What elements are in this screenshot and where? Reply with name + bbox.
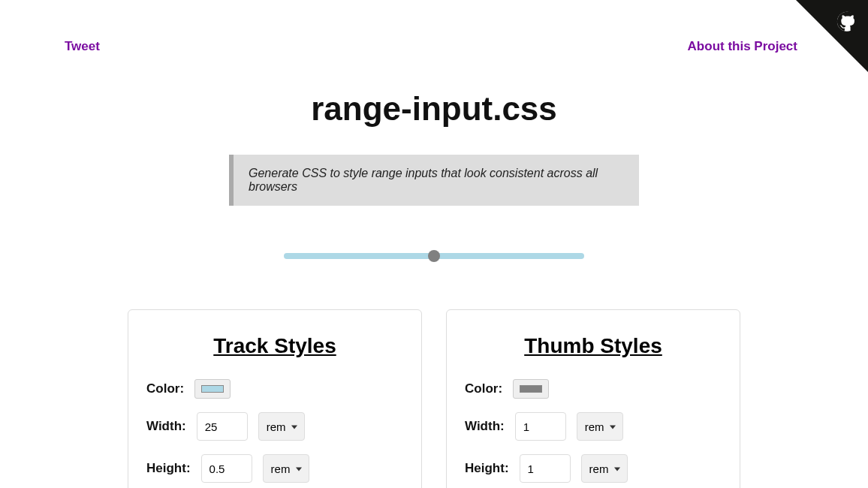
tweet-link[interactable]: Tweet <box>65 39 100 54</box>
track-color-input[interactable] <box>194 379 231 399</box>
thumb-width-row: Width: rem <box>465 412 722 441</box>
thumb-color-label: Color: <box>465 381 502 396</box>
thumb-height-unit-select[interactable]: rem <box>581 454 628 483</box>
track-color-row: Color: <box>146 379 403 399</box>
thumb-height-input[interactable] <box>520 454 571 483</box>
thumb-height-row: Height: rem <box>465 454 722 483</box>
track-width-label: Width: <box>146 419 186 434</box>
track-width-row: Width: rem <box>146 412 403 441</box>
range-thumb[interactable] <box>428 250 440 262</box>
page-title: range-input.css <box>0 90 868 128</box>
tagline: Generate CSS to style range inputs that … <box>229 155 639 206</box>
track-width-unit-select[interactable]: rem <box>258 412 305 441</box>
track-panel: Track Styles Color: Width: rem Height: r… <box>128 309 422 488</box>
track-heading: Track Styles <box>146 334 403 358</box>
thumb-heading: Thumb Styles <box>465 334 722 358</box>
range-preview-wrap <box>0 245 868 267</box>
track-height-row: Height: rem <box>146 454 403 483</box>
thumb-width-unit-select[interactable]: rem <box>577 412 623 441</box>
track-color-swatch <box>201 385 224 393</box>
thumb-color-swatch <box>520 385 542 393</box>
range-preview[interactable] <box>284 245 584 267</box>
top-links: Tweet About this Project <box>0 0 868 54</box>
track-width-input[interactable] <box>197 412 248 441</box>
track-color-label: Color: <box>146 381 184 396</box>
track-height-label: Height: <box>146 461 191 476</box>
track-height-input[interactable] <box>201 454 252 483</box>
github-corner-icon <box>796 0 868 72</box>
thumb-width-input[interactable] <box>515 412 566 441</box>
thumb-width-label: Width: <box>465 419 505 434</box>
about-link[interactable]: About this Project <box>688 39 797 54</box>
github-corner-link[interactable] <box>796 0 868 72</box>
track-height-unit-select[interactable]: rem <box>263 454 309 483</box>
thumb-color-input[interactable] <box>513 379 549 399</box>
thumb-color-row: Color: <box>465 379 722 399</box>
thumb-height-label: Height: <box>465 461 509 476</box>
thumb-panel: Thumb Styles Color: Width: rem Height: r… <box>446 309 740 488</box>
panels: Track Styles Color: Width: rem Height: r… <box>0 309 868 488</box>
